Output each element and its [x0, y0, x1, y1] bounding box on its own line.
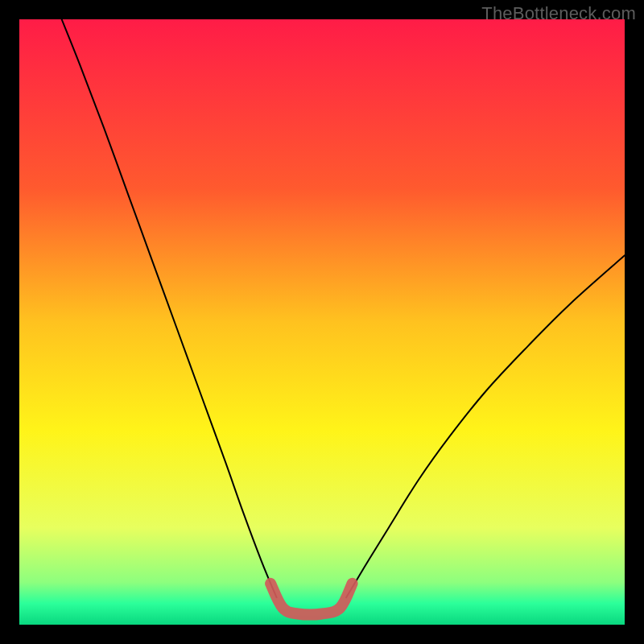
chart-frame: TheBottleneck.com	[0, 0, 644, 644]
gradient-background	[19, 19, 625, 625]
chart-svg	[19, 19, 625, 625]
plot-area	[19, 19, 625, 625]
